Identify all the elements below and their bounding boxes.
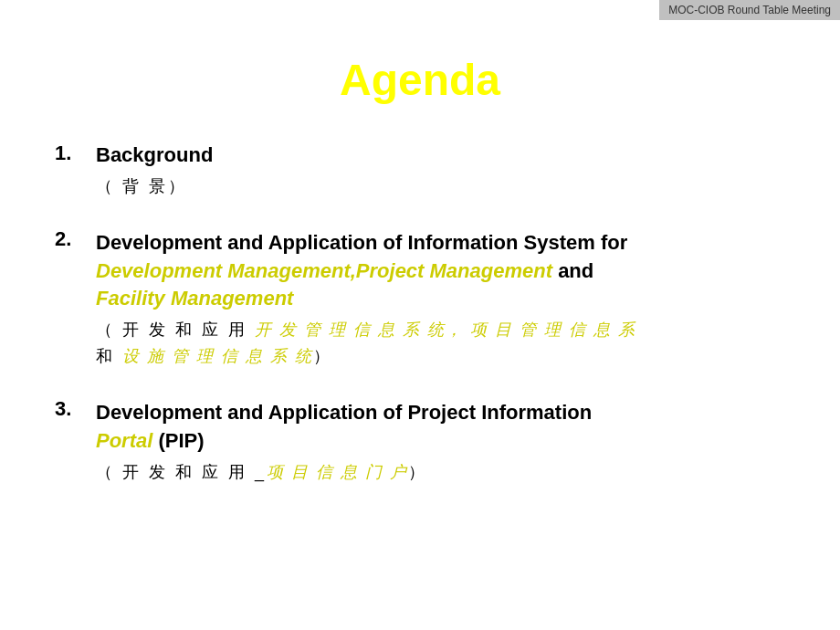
item-2-text-block: Development and Application of Informati…	[96, 227, 627, 314]
item-3-text-block: Development and Application of Project I…	[96, 397, 592, 456]
item-2-chinese-line2: 和 设 施 管 理 信 息 系 统）	[96, 343, 785, 370]
item-2-line3-italic: Facility Management	[96, 287, 293, 310]
item-2-line2: Development Management,Project Managemen…	[96, 257, 627, 286]
item-2-cn-before: （ 开 发 和 应 用	[96, 320, 255, 339]
agenda-item-3: 3. Development and Application of Projec…	[55, 397, 785, 486]
item-2-chinese-line1: （ 开 发 和 应 用 开 发 管 理 信 息 系 统， 项 目 管 理 信 息…	[96, 317, 785, 343]
item-3-line1: Development and Application of Project I…	[96, 397, 592, 427]
item-3-number: 3.	[55, 397, 96, 421]
item-3-chinese: （ 开 发 和 应 用 _项 目 信 息 门 户）	[96, 459, 785, 486]
item-3-italic: Project Information	[407, 401, 592, 424]
item-2-cn2-end: ）	[313, 347, 332, 365]
item-1-number: 1.	[55, 142, 96, 165]
item-3-cn-italic: 项 目 信 息 门 户	[267, 463, 408, 481]
item-2-italic2a: Development Management,	[96, 259, 356, 282]
agenda-title: Agenda	[55, 55, 785, 105]
item-3-cn-end: ）	[408, 463, 427, 481]
item-2-line3: Facility Management	[96, 285, 627, 313]
item-2-after: for	[595, 231, 627, 254]
item-2-line1: Development and Application of Informati…	[96, 227, 627, 257]
item-2-line2-end: and	[552, 259, 593, 282]
item-2-cn2-before: 和	[96, 347, 122, 365]
agenda-item-1: 1. Background （ 背 景）	[55, 142, 785, 200]
agenda-items: 1. Background （ 背 景） 2. Development and …	[55, 142, 785, 485]
agenda-item-2: 2. Development and Application of Inform…	[55, 227, 785, 370]
item-2-cn2-italic: 设 施 管 理 信 息 系 统	[122, 347, 313, 365]
item-3-before: Development and Application of	[96, 401, 407, 424]
item-3-pip: (PIP)	[152, 429, 204, 452]
item-2-italic: Information System	[407, 231, 594, 254]
item-2-number: 2.	[55, 227, 96, 251]
item-1-chinese: （ 背 景）	[96, 173, 785, 200]
item-2-italic2b: Project Management	[356, 259, 552, 282]
header-badge: MOC-CIOB Round Table Meeting	[659, 0, 840, 20]
item-2-before: Development and Application of	[96, 231, 407, 254]
item-1-english: Background	[96, 142, 213, 170]
item-3-cn-before: （ 开 发 和 应 用 _	[96, 463, 267, 481]
main-content: Agenda 1. Background （ 背 景） 2. Developme…	[0, 18, 840, 549]
item-3-line2-italic: Portal	[96, 429, 152, 452]
item-3-line2: Portal (PIP)	[96, 427, 592, 456]
item-2-cn-italic: 开 发 管 理 信 息 系 统， 项 目 管 理 信 息 系	[255, 320, 636, 339]
